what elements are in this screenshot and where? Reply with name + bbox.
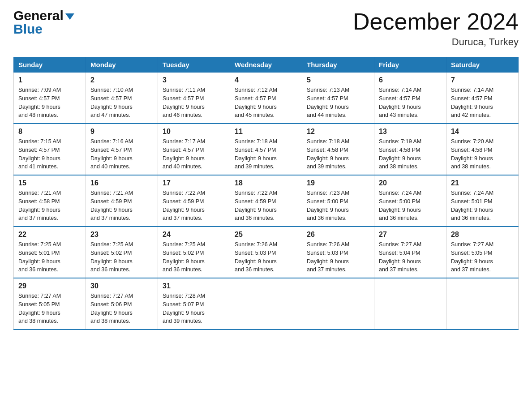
col-thursday: Thursday [302, 57, 374, 73]
day-number: 27 [379, 231, 442, 239]
day-info: Sunrise: 7:25 AM Sunset: 5:02 PM Dayligh… [163, 240, 225, 274]
calendar-cell: 21 Sunrise: 7:24 AM Sunset: 5:01 PM Dayl… [446, 175, 519, 227]
calendar-cell: 19 Sunrise: 7:23 AM Sunset: 5:00 PM Dayl… [302, 175, 374, 227]
calendar-cell [446, 278, 519, 330]
calendar-cell: 7 Sunrise: 7:14 AM Sunset: 4:57 PM Dayli… [446, 73, 519, 124]
col-saturday: Saturday [446, 57, 519, 73]
day-info: Sunrise: 7:23 AM Sunset: 5:00 PM Dayligh… [307, 189, 369, 223]
col-sunday: Sunday [14, 57, 86, 73]
day-number: 16 [90, 179, 153, 187]
day-number: 7 [451, 76, 514, 84]
calendar-cell: 2 Sunrise: 7:10 AM Sunset: 4:57 PM Dayli… [86, 73, 158, 124]
day-info: Sunrise: 7:26 AM Sunset: 5:03 PM Dayligh… [235, 240, 297, 274]
calendar-week-row: 22 Sunrise: 7:25 AM Sunset: 5:01 PM Dayl… [14, 227, 519, 278]
calendar-header: Sunday Monday Tuesday Wednesday Thursday… [14, 57, 519, 73]
day-info: Sunrise: 7:24 AM Sunset: 5:01 PM Dayligh… [451, 189, 514, 223]
day-number: 3 [163, 76, 225, 84]
day-number: 8 [18, 128, 81, 136]
calendar-cell: 30 Sunrise: 7:27 AM Sunset: 5:06 PM Dayl… [86, 278, 158, 330]
header-row: Sunday Monday Tuesday Wednesday Thursday… [14, 57, 519, 73]
day-number: 31 [163, 282, 225, 290]
day-number: 9 [90, 128, 153, 136]
day-info: Sunrise: 7:14 AM Sunset: 4:57 PM Dayligh… [451, 86, 514, 120]
calendar-cell: 25 Sunrise: 7:26 AM Sunset: 5:03 PM Dayl… [230, 227, 302, 278]
calendar-cell: 10 Sunrise: 7:17 AM Sunset: 4:57 PM Dayl… [158, 124, 230, 175]
day-number: 14 [451, 128, 514, 136]
calendar-cell: 26 Sunrise: 7:26 AM Sunset: 5:03 PM Dayl… [302, 227, 374, 278]
day-info: Sunrise: 7:17 AM Sunset: 4:57 PM Dayligh… [163, 137, 225, 171]
col-tuesday: Tuesday [158, 57, 230, 73]
day-number: 13 [379, 128, 442, 136]
calendar-cell: 1 Sunrise: 7:09 AM Sunset: 4:57 PM Dayli… [14, 73, 86, 124]
day-info: Sunrise: 7:27 AM Sunset: 5:05 PM Dayligh… [18, 292, 81, 325]
day-number: 22 [18, 231, 81, 239]
day-number: 1 [18, 76, 81, 84]
day-number: 10 [163, 128, 225, 136]
day-info: Sunrise: 7:18 AM Sunset: 4:58 PM Dayligh… [307, 137, 369, 171]
title-block: December 2024 Duruca, Turkey [353, 9, 519, 48]
day-number: 12 [307, 128, 369, 136]
calendar-cell: 28 Sunrise: 7:27 AM Sunset: 5:05 PM Dayl… [446, 227, 519, 278]
day-number: 5 [307, 76, 369, 84]
col-wednesday: Wednesday [230, 57, 302, 73]
col-friday: Friday [374, 57, 446, 73]
day-info: Sunrise: 7:27 AM Sunset: 5:05 PM Dayligh… [451, 240, 514, 274]
day-number: 24 [163, 231, 225, 239]
day-info: Sunrise: 7:21 AM Sunset: 4:58 PM Dayligh… [18, 189, 81, 223]
day-number: 29 [18, 282, 81, 290]
day-number: 18 [235, 179, 297, 187]
day-number: 2 [90, 76, 153, 84]
day-info: Sunrise: 7:15 AM Sunset: 4:57 PM Dayligh… [18, 137, 81, 171]
calendar-cell: 18 Sunrise: 7:22 AM Sunset: 4:59 PM Dayl… [230, 175, 302, 227]
calendar-cell: 11 Sunrise: 7:18 AM Sunset: 4:57 PM Dayl… [230, 124, 302, 175]
calendar-week-row: 8 Sunrise: 7:15 AM Sunset: 4:57 PM Dayli… [14, 124, 519, 175]
day-number: 30 [90, 282, 153, 290]
calendar-cell: 15 Sunrise: 7:21 AM Sunset: 4:58 PM Dayl… [14, 175, 86, 227]
month-title: December 2024 [353, 9, 519, 34]
calendar-cell: 5 Sunrise: 7:13 AM Sunset: 4:57 PM Dayli… [302, 73, 374, 124]
logo-general-text: General [13, 9, 64, 22]
calendar-cell: 17 Sunrise: 7:22 AM Sunset: 4:59 PM Dayl… [158, 175, 230, 227]
day-number: 17 [163, 179, 225, 187]
day-number: 4 [235, 76, 297, 84]
day-info: Sunrise: 7:25 AM Sunset: 5:01 PM Dayligh… [18, 240, 81, 274]
day-number: 26 [307, 231, 369, 239]
calendar-cell: 16 Sunrise: 7:21 AM Sunset: 4:59 PM Dayl… [86, 175, 158, 227]
calendar-cell: 3 Sunrise: 7:11 AM Sunset: 4:57 PM Dayli… [158, 73, 230, 124]
day-info: Sunrise: 7:11 AM Sunset: 4:57 PM Dayligh… [163, 86, 225, 120]
day-info: Sunrise: 7:20 AM Sunset: 4:58 PM Dayligh… [451, 137, 514, 171]
col-monday: Monday [86, 57, 158, 73]
day-info: Sunrise: 7:22 AM Sunset: 4:59 PM Dayligh… [235, 189, 297, 223]
day-number: 23 [90, 231, 153, 239]
calendar-cell [230, 278, 302, 330]
day-number: 19 [307, 179, 369, 187]
day-info: Sunrise: 7:27 AM Sunset: 5:04 PM Dayligh… [379, 240, 442, 274]
calendar-cell: 9 Sunrise: 7:16 AM Sunset: 4:57 PM Dayli… [86, 124, 158, 175]
day-info: Sunrise: 7:10 AM Sunset: 4:57 PM Dayligh… [90, 86, 153, 120]
logo: General Blue [13, 9, 74, 36]
calendar-cell: 20 Sunrise: 7:24 AM Sunset: 5:00 PM Dayl… [374, 175, 446, 227]
day-number: 11 [235, 128, 297, 136]
calendar-week-row: 29 Sunrise: 7:27 AM Sunset: 5:05 PM Dayl… [14, 278, 519, 330]
day-number: 25 [235, 231, 297, 239]
day-number: 6 [379, 76, 442, 84]
calendar-cell: 27 Sunrise: 7:27 AM Sunset: 5:04 PM Dayl… [374, 227, 446, 278]
calendar-cell: 13 Sunrise: 7:19 AM Sunset: 4:58 PM Dayl… [374, 124, 446, 175]
day-info: Sunrise: 7:25 AM Sunset: 5:02 PM Dayligh… [90, 240, 153, 274]
calendar-cell [374, 278, 446, 330]
calendar-cell: 29 Sunrise: 7:27 AM Sunset: 5:05 PM Dayl… [14, 278, 86, 330]
calendar-cell: 8 Sunrise: 7:15 AM Sunset: 4:57 PM Dayli… [14, 124, 86, 175]
calendar-cell: 24 Sunrise: 7:25 AM Sunset: 5:02 PM Dayl… [158, 227, 230, 278]
logo-arrow-icon [65, 13, 74, 20]
calendar-cell [302, 278, 374, 330]
calendar-table: Sunday Monday Tuesday Wednesday Thursday… [13, 57, 519, 330]
day-number: 28 [451, 231, 514, 239]
calendar-week-row: 1 Sunrise: 7:09 AM Sunset: 4:57 PM Dayli… [14, 73, 519, 124]
day-info: Sunrise: 7:13 AM Sunset: 4:57 PM Dayligh… [307, 86, 369, 120]
calendar-cell: 23 Sunrise: 7:25 AM Sunset: 5:02 PM Dayl… [86, 227, 158, 278]
day-info: Sunrise: 7:24 AM Sunset: 5:00 PM Dayligh… [379, 189, 442, 223]
calendar-cell: 6 Sunrise: 7:14 AM Sunset: 4:57 PM Dayli… [374, 73, 446, 124]
day-info: Sunrise: 7:27 AM Sunset: 5:06 PM Dayligh… [90, 292, 153, 325]
calendar-week-row: 15 Sunrise: 7:21 AM Sunset: 4:58 PM Dayl… [14, 175, 519, 227]
day-number: 21 [451, 179, 514, 187]
